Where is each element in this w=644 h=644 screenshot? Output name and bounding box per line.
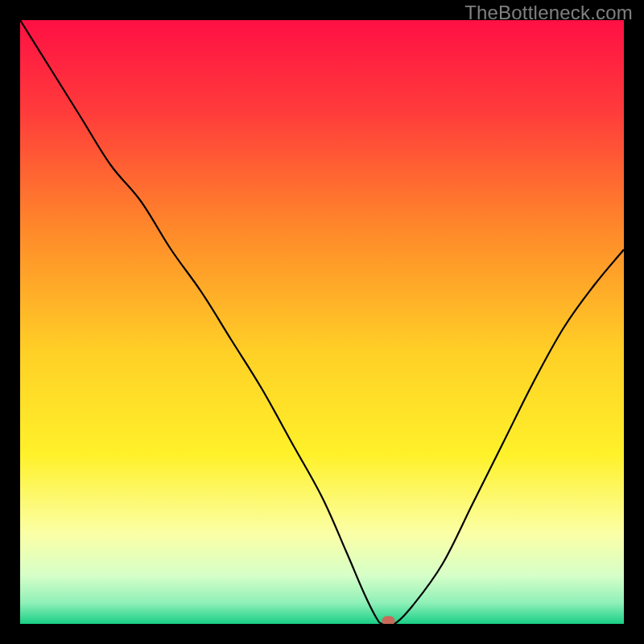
svg-rect-0 xyxy=(382,616,395,624)
plot-area xyxy=(20,20,624,624)
chart-frame: TheBottleneck.com xyxy=(0,0,644,644)
watermark-text: TheBottleneck.com xyxy=(464,2,633,24)
plot-svg xyxy=(20,20,624,624)
gradient-background xyxy=(20,20,624,624)
optimal-point-marker xyxy=(382,616,395,624)
